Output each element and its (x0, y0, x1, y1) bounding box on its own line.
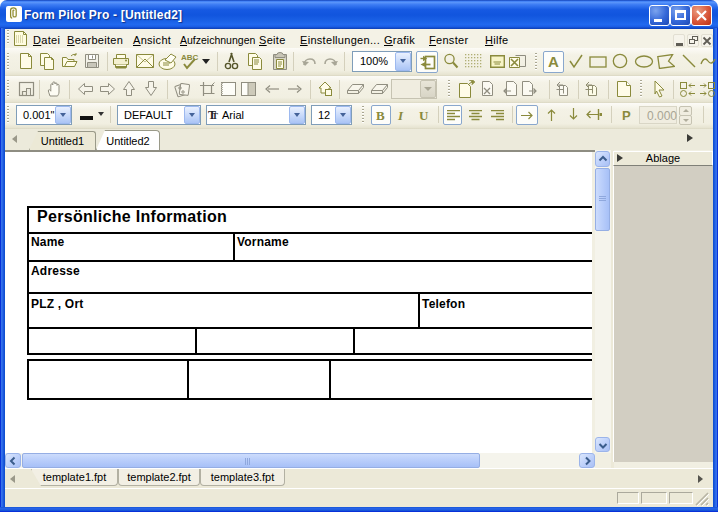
svg-text:ABC: ABC (181, 53, 199, 62)
